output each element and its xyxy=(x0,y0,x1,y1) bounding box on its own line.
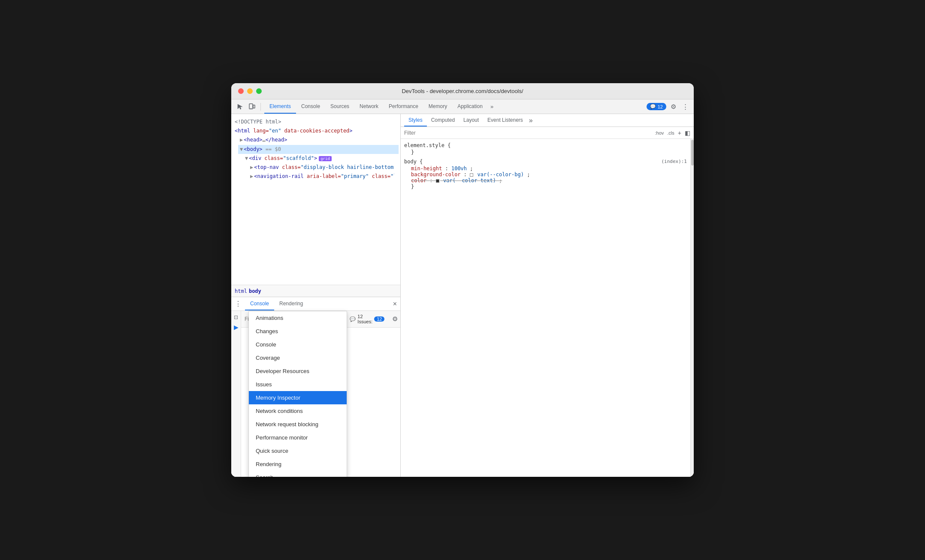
tab-sources[interactable]: Sources xyxy=(325,99,354,114)
console-issues-display: 💬 12 Issues: 12 xyxy=(346,313,388,325)
dom-tree: <!DOCTYPE html> <html lang="en" data-coo… xyxy=(231,114,400,285)
more-options-icon[interactable]: ⋮ xyxy=(680,102,690,112)
elements-panel: <!DOCTYPE html> <html lang="en" data-coo… xyxy=(231,114,401,477)
doctype-text: <!DOCTYPE html> xyxy=(235,119,281,125)
cls-button[interactable]: .cls xyxy=(667,130,674,135)
menu-item-developer-resources[interactable]: Developer Resources xyxy=(249,364,347,378)
menu-item-search[interactable]: Search xyxy=(249,471,347,477)
menu-item-animations[interactable]: Animations xyxy=(249,311,347,325)
dom-head[interactable]: ▶<head>…</head> xyxy=(238,135,399,145)
menu-item-rendering[interactable]: Rendering xyxy=(249,458,347,471)
drawer-header: ⋮ Console Rendering × Animations Changes… xyxy=(231,297,400,311)
menu-item-quick-source[interactable]: Quick source xyxy=(249,444,347,458)
scrollbar-track[interactable] xyxy=(690,139,694,477)
tab-performance[interactable]: Performance xyxy=(384,99,423,114)
minimize-button[interactable] xyxy=(247,88,253,94)
drawer-tab-console[interactable]: Console xyxy=(245,297,274,310)
devtools-window: DevTools - developer.chrome.com/docs/dev… xyxy=(231,83,694,477)
svg-rect-1 xyxy=(253,105,255,108)
dom-body[interactable]: ▼<body> == $0 xyxy=(238,145,399,154)
drawer-dropdown-menu: Animations Changes Console Coverage Deve… xyxy=(248,311,347,477)
styles-panel: Styles Computed Layout Event Listeners »… xyxy=(401,114,694,477)
grid-badge: grid xyxy=(319,156,332,161)
styles-filter-input[interactable] xyxy=(404,130,652,136)
top-toolbar: Elements Console Sources Network Perform… xyxy=(231,99,694,114)
breadcrumb-html[interactable]: html xyxy=(235,288,247,294)
dom-nav-rail[interactable]: ▶<navigation-rail aria-label="primary" c… xyxy=(248,172,394,181)
menu-item-performance-monitor[interactable]: Performance monitor xyxy=(249,431,347,444)
issues-badge-count: 12 xyxy=(374,316,384,322)
main-tab-bar: Elements Console Sources Network Perform… xyxy=(264,99,645,114)
main-content: <!DOCTYPE html> <html lang="en" data-coo… xyxy=(231,114,694,477)
separator xyxy=(260,103,261,111)
styles-tab-bar: Styles Computed Layout Event Listeners » xyxy=(401,114,694,127)
issues-count: 12 xyxy=(658,104,663,109)
toggle-element-sidebar-icon[interactable]: ◧ xyxy=(685,129,690,136)
scrollbar-thumb[interactable] xyxy=(691,140,694,166)
color-swatch-text[interactable] xyxy=(436,179,439,183)
tab-application[interactable]: Application xyxy=(452,99,488,114)
traffic-lights xyxy=(238,88,262,94)
body-close-brace: } xyxy=(411,184,687,190)
styles-tab-styles[interactable]: Styles xyxy=(404,114,427,126)
breadcrumb: html body xyxy=(231,285,400,297)
maximize-button[interactable] xyxy=(256,88,262,94)
svg-point-2 xyxy=(251,108,251,108)
body-prop-min-height[interactable]: min-height : 100vh ; xyxy=(411,166,687,172)
add-style-icon[interactable]: + xyxy=(678,129,681,136)
hov-button[interactable]: :hov xyxy=(655,130,664,135)
toolbar-right: 💬 12 ⚙ ⋮ xyxy=(647,102,690,112)
tab-memory[interactable]: Memory xyxy=(423,99,452,114)
device-icon[interactable] xyxy=(247,102,257,112)
element-style-selector[interactable]: element.style { xyxy=(404,142,687,148)
styles-tab-computed[interactable]: Computed xyxy=(427,114,459,126)
menu-item-console[interactable]: Console xyxy=(249,338,347,351)
drawer-tab-rendering[interactable]: Rendering xyxy=(274,297,308,310)
drawer-sidebar: ⊡ ▶ xyxy=(231,311,241,477)
menu-item-memory-inspector[interactable]: Memory Inspector xyxy=(249,391,347,404)
html-tag: <html xyxy=(235,128,253,134)
styles-tab-event-listeners[interactable]: Event Listeners xyxy=(483,114,527,126)
body-selector[interactable]: body { (index):1 xyxy=(404,159,687,165)
drawer-close-button[interactable]: × xyxy=(393,300,397,308)
settings-icon[interactable]: ⚙ xyxy=(668,102,678,112)
drawer-more-icon[interactable]: ⋮ xyxy=(235,300,242,308)
cursor-icon[interactable] xyxy=(235,102,245,112)
issues-icon: 💬 xyxy=(350,316,356,322)
body-source[interactable]: (index):1 xyxy=(661,159,687,164)
tab-network[interactable]: Network xyxy=(354,99,384,114)
issues-count-label: 12 Issues: xyxy=(357,314,372,324)
style-rule-body: body { (index):1 min-height : 100vh ; ba… xyxy=(404,159,687,190)
tabs-more-button[interactable]: » xyxy=(488,99,496,114)
body-prop-background-color[interactable]: background-color : var(--color-bg) ; xyxy=(411,172,687,178)
color-swatch-bg[interactable] xyxy=(470,173,473,177)
menu-item-network-request-blocking[interactable]: Network request blocking xyxy=(249,418,347,431)
tab-elements[interactable]: Elements xyxy=(264,99,296,114)
issues-badge-button[interactable]: 💬 12 xyxy=(647,103,666,110)
breadcrumb-body[interactable]: body xyxy=(249,288,261,294)
styles-tab-layout[interactable]: Layout xyxy=(459,114,483,126)
console-sidebar-icon[interactable]: ⊡ xyxy=(231,313,241,322)
close-button[interactable] xyxy=(238,88,244,94)
styles-filter-bar: :hov .cls + ◧ xyxy=(401,127,694,139)
styles-content: element.style { } body { (index):1 xyxy=(401,139,690,477)
expand-arrow-icon[interactable]: ▶ xyxy=(234,324,239,331)
menu-item-coverage[interactable]: Coverage xyxy=(249,351,347,364)
styles-tabs-more[interactable]: » xyxy=(529,117,533,124)
body-prop-color[interactable]: color : var(--color-text) ; xyxy=(411,178,687,184)
tab-console[interactable]: Console xyxy=(296,99,325,114)
console-settings-icon[interactable]: ⚙ xyxy=(391,314,399,324)
bottom-drawer: ⋮ Console Rendering × Animations Changes… xyxy=(231,297,400,477)
dom-top-nav[interactable]: ▶<top-nav class="display-block hairline-… xyxy=(248,163,394,172)
dom-html[interactable]: <html lang="en" data-cookies-accepted> xyxy=(233,126,399,135)
devtools-panel: Elements Console Sources Network Perform… xyxy=(231,99,694,477)
menu-item-changes[interactable]: Changes xyxy=(249,325,347,338)
element-style-close-brace: } xyxy=(411,149,687,155)
dom-div-scaffold[interactable]: ▼<div class="scaffold">grid xyxy=(243,154,399,163)
menu-item-issues[interactable]: Issues xyxy=(249,378,347,391)
style-rule-element: element.style { } xyxy=(404,142,687,155)
menu-item-network-conditions[interactable]: Network conditions xyxy=(249,404,347,418)
dom-doctype[interactable]: <!DOCTYPE html> xyxy=(233,117,399,126)
styles-content-area: element.style { } body { (index):1 xyxy=(401,139,694,477)
window-title: DevTools - developer.chrome.com/docs/dev… xyxy=(402,88,523,94)
